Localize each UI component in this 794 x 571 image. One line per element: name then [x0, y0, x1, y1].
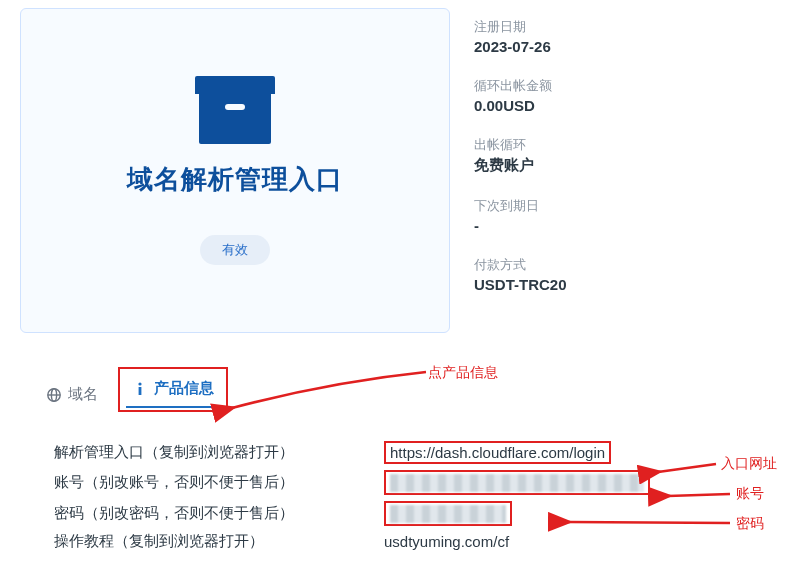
pay-method-value: USDT-TRC20 — [474, 276, 567, 293]
archive-icon — [195, 76, 275, 144]
product-details: 解析管理入口（复制到浏览器打开） https://dash.cloudflare… — [54, 441, 774, 551]
reg-date-value: 2023-07-26 — [474, 38, 567, 55]
password-label: 密码（别改密码，否则不便于售后） — [54, 504, 384, 523]
tutorial-label: 操作教程（复制到浏览器打开） — [54, 532, 384, 551]
account-value-redacted — [390, 474, 644, 492]
highlight-box-product-tab: 产品信息 — [118, 367, 228, 412]
tab-product-info[interactable]: 产品信息 — [126, 371, 220, 408]
reg-date-label: 注册日期 — [474, 18, 567, 36]
svg-rect-4 — [139, 387, 142, 395]
info-column: 注册日期 2023-07-26 循环出帐金额 0.00USD 出帐循环 免费账户… — [474, 8, 567, 333]
loop-amount-value: 0.00USD — [474, 97, 567, 114]
info-icon — [132, 381, 148, 397]
account-label: 账号（别改账号，否则不便于售后） — [54, 473, 384, 492]
highlight-box-entry-url: https://dash.cloudflare.com/login — [384, 441, 611, 464]
next-due-value: - — [474, 217, 567, 234]
highlight-box-account — [384, 470, 650, 495]
entry-url-label: 解析管理入口（复制到浏览器打开） — [54, 443, 384, 462]
entry-url-value[interactable]: https://dash.cloudflare.com/login — [390, 444, 605, 461]
product-card: 域名解析管理入口 有效 — [20, 8, 450, 333]
tabs: 域名 产品信息 — [40, 367, 774, 413]
out-cycle-value: 免费账户 — [474, 156, 567, 175]
pay-method-label: 付款方式 — [474, 256, 567, 274]
tab-domain-label: 域名 — [68, 385, 98, 404]
tab-domain[interactable]: 域名 — [40, 377, 104, 412]
globe-icon — [46, 387, 62, 403]
status-badge: 有效 — [200, 235, 270, 265]
tutorial-value[interactable]: usdtyuming.com/cf — [384, 533, 509, 550]
next-due-label: 下次到期日 — [474, 197, 567, 215]
tab-product-label: 产品信息 — [154, 379, 214, 398]
password-value-redacted — [390, 505, 506, 523]
card-title: 域名解析管理入口 — [127, 162, 343, 197]
out-cycle-label: 出帐循环 — [474, 136, 567, 154]
loop-amount-label: 循环出帐金额 — [474, 77, 567, 95]
highlight-box-password — [384, 501, 512, 526]
svg-point-3 — [138, 382, 141, 385]
